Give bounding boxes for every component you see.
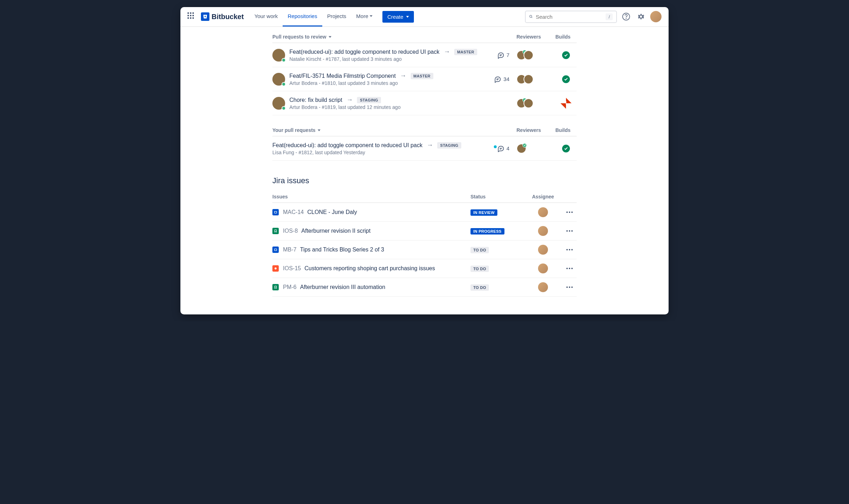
- search-icon: [529, 14, 533, 19]
- branch-tag: MASTER: [454, 49, 477, 55]
- status-badge[interactable]: TO DO: [470, 284, 489, 291]
- reviewers: [516, 98, 555, 108]
- author-avatar[interactable]: [272, 97, 285, 110]
- pr-title[interactable]: Feat(reduced-ui): add toggle component t…: [289, 49, 439, 55]
- issue-key[interactable]: PM-6: [283, 284, 296, 290]
- product-logo[interactable]: Bitbucket: [201, 12, 244, 21]
- assignee: [524, 207, 562, 217]
- section-toggle[interactable]: Pull requests to review: [272, 34, 331, 40]
- pr-main: Feat(reduced-ui): add toggle component t…: [272, 141, 488, 155]
- comment-icon: [494, 76, 501, 83]
- nav-more[interactable]: More: [351, 7, 377, 27]
- assignee-avatar[interactable]: [538, 226, 548, 236]
- main-content: Pull requests to review Reviewers Builds…: [180, 27, 669, 314]
- search-shortcut: /: [606, 13, 613, 20]
- presence-dot: [282, 106, 286, 110]
- more-actions-button[interactable]: [562, 230, 577, 232]
- more-actions-button[interactable]: [562, 249, 577, 250]
- status-badge[interactable]: TO DO: [470, 266, 489, 272]
- pr-row: Feat/FIL-3571 Media Filmstrip Component→…: [272, 67, 577, 91]
- assignee: [524, 282, 562, 292]
- reviewer-avatar[interactable]: [516, 144, 526, 153]
- build-status[interactable]: [555, 75, 577, 83]
- issue-title[interactable]: Afterburner revision II script: [301, 228, 470, 234]
- arrow-right-icon: →: [427, 141, 433, 149]
- section-toggle[interactable]: Your pull requests: [272, 127, 320, 133]
- issue-key[interactable]: IOS-15: [283, 265, 301, 272]
- pr-meta: Natalie Kirscht - #1787, last updated 3 …: [289, 56, 488, 62]
- issue-title[interactable]: Afterburner revision III automation: [300, 284, 470, 290]
- pr-main: Chore: fix build script→STAGINGArtur Bod…: [289, 96, 488, 110]
- more-actions-button[interactable]: [562, 268, 577, 269]
- issue-type-icon: [272, 284, 279, 290]
- author-avatar[interactable]: [272, 73, 285, 86]
- assignee-avatar[interactable]: [538, 282, 548, 292]
- chevron-down-icon: [370, 15, 372, 17]
- assignee-avatar[interactable]: [538, 245, 548, 255]
- reviewers: [516, 74, 555, 84]
- issue-type-icon: [272, 209, 279, 215]
- nav-your-work[interactable]: Your work: [249, 7, 283, 27]
- pr-title[interactable]: Chore: fix build script: [289, 97, 342, 103]
- pr-meta: Artur Bodera - #1819, last updated 12 mi…: [289, 104, 488, 110]
- build-status[interactable]: [555, 145, 577, 152]
- status-badge[interactable]: IN PROGRESS: [470, 228, 504, 234]
- nav-projects[interactable]: Projects: [322, 7, 351, 27]
- build-status[interactable]: [555, 99, 577, 107]
- issue-row: MAC-14CLONE - June DalyIN REVIEW: [272, 203, 577, 222]
- more-actions-button[interactable]: [562, 286, 577, 288]
- app-switcher-icon[interactable]: [187, 12, 196, 21]
- pr-row: Feat(reduced-ui): add toggle component t…: [272, 137, 577, 161]
- reviewers: [516, 144, 555, 153]
- reviewers: [516, 50, 555, 60]
- issue-status: TO DO: [470, 284, 524, 291]
- jira-header: Issues Status Assignee: [272, 191, 577, 203]
- pr-comments[interactable]: 34: [488, 76, 509, 83]
- pr-title[interactable]: Feat(reduced-ui): add toggle component t…: [272, 142, 422, 149]
- more-actions-button[interactable]: [562, 212, 577, 213]
- create-button[interactable]: Create: [382, 11, 414, 23]
- build-status[interactable]: [555, 51, 577, 59]
- branch-tag: STAGING: [437, 142, 461, 149]
- status-badge[interactable]: TO DO: [470, 247, 489, 253]
- reviewer-avatar[interactable]: [524, 98, 533, 108]
- build-success-icon: [562, 51, 570, 59]
- assignee-avatar[interactable]: [538, 207, 548, 217]
- issue-title[interactable]: Customers reporting shoping cart purchas…: [305, 265, 470, 272]
- col-builds: Builds: [555, 34, 577, 40]
- search-input[interactable]: [536, 14, 603, 20]
- presence-dot: [282, 58, 286, 62]
- issue-key[interactable]: MAC-14: [283, 209, 304, 215]
- pr-comments[interactable]: 7: [488, 52, 509, 59]
- search-box[interactable]: /: [525, 11, 617, 23]
- author-avatar[interactable]: [272, 49, 285, 62]
- col-status: Status: [470, 194, 524, 199]
- help-button[interactable]: [620, 11, 632, 22]
- user-avatar[interactable]: [650, 11, 662, 22]
- build-fail-icon: [560, 98, 571, 109]
- status-badge[interactable]: IN REVIEW: [470, 209, 497, 216]
- assignee-avatar[interactable]: [538, 263, 548, 273]
- pr-comments[interactable]: 4: [488, 145, 509, 152]
- issue-title[interactable]: Tips and Tricks Blog Series 2 of 3: [300, 247, 470, 253]
- col-reviewers: Reviewers: [516, 127, 555, 133]
- primary-nav: Your workRepositoriesProjectsMore: [249, 7, 377, 27]
- bitbucket-logo-icon: [201, 12, 209, 21]
- settings-button[interactable]: [635, 11, 647, 22]
- nav-repositories[interactable]: Repositories: [283, 7, 322, 27]
- issue-status: TO DO: [470, 247, 524, 253]
- pr-row: Feat(reduced-ui): add toggle component t…: [272, 43, 577, 67]
- reviewer-avatar[interactable]: [524, 74, 533, 84]
- build-success-icon: [562, 145, 570, 152]
- reviewer-avatar[interactable]: [524, 50, 533, 60]
- issue-key[interactable]: IOS-8: [283, 228, 298, 234]
- issue-key[interactable]: MB-7: [283, 247, 296, 253]
- pr-title[interactable]: Feat/FIL-3571 Media Filmstrip Component: [289, 73, 396, 79]
- issue-type-icon: [272, 265, 279, 272]
- svg-point-12: [275, 267, 276, 269]
- issue-row: IOS-15Customers reporting shoping cart p…: [272, 259, 577, 278]
- svg-point-0: [530, 15, 532, 17]
- issue-title[interactable]: CLONE - June Daly: [307, 209, 470, 215]
- chevron-down-icon: [406, 16, 409, 18]
- svg-rect-10: [275, 212, 277, 213]
